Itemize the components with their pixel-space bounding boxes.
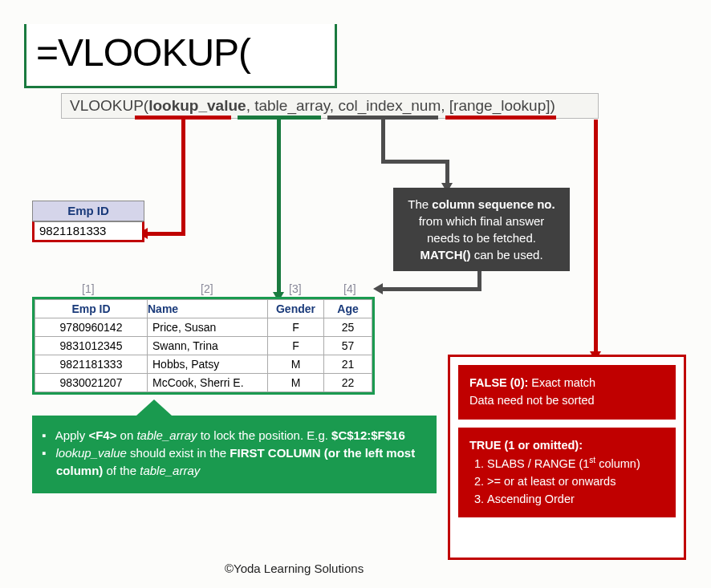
empid-value[interactable]: 9821181333 <box>32 221 144 242</box>
colnum-2: [2] <box>201 282 213 295</box>
th-name: Name <box>148 300 268 318</box>
underline-range-lookup <box>445 116 556 120</box>
table-header-row: Emp ID Name Gender Age <box>35 300 372 318</box>
th-gender: Gender <box>268 300 324 318</box>
connector-col-index-2 <box>381 287 481 291</box>
lookup-table: Emp ID Name Gender Age 9780960142 Price,… <box>32 297 375 395</box>
empid-cell-group: Emp ID 9821181333 <box>32 201 144 242</box>
connector-range-lookup <box>594 120 598 355</box>
callout-item: Apply <F4> on table_array to lock the po… <box>56 427 422 444</box>
arrow-head-icon <box>373 283 383 294</box>
connector-lookup-value <box>145 232 185 236</box>
colnum-1: [1] <box>82 282 95 295</box>
false-match-box: FALSE (0): Exact match Data need not be … <box>458 365 676 420</box>
connector-col-index <box>381 160 445 164</box>
list-item: >= or at least or onwards <box>487 473 664 491</box>
tooltip-arg-range-lookup: [range_lookup] <box>449 97 551 114</box>
table-row: 9831012345 Swann, Trina F 57 <box>35 337 372 355</box>
copyright-text: ©Yoda Learning Solutions <box>225 562 364 575</box>
tooltip-arg-lookup-value: lookup_value <box>148 97 246 114</box>
connector-lookup-value <box>181 120 185 232</box>
empid-header: Emp ID <box>32 201 144 221</box>
col-index-callout: The column sequence no. from which final… <box>393 188 570 271</box>
list-item: Ascending Order <box>487 491 664 509</box>
colnum-4: [4] <box>343 282 356 295</box>
tooltip-fn: VLOOKUP( <box>70 97 148 114</box>
formula-bar[interactable]: =VLOOKUP( <box>24 24 337 88</box>
callout-item: lookup_value should exist in the FIRST C… <box>56 444 422 480</box>
connector-col-index <box>381 120 385 160</box>
tooltip-arg-table-array: table_array <box>254 97 330 114</box>
true-match-box: TRUE (1 or omitted): SLABS / RANGE (1st … <box>458 428 676 518</box>
th-empid: Emp ID <box>35 300 148 318</box>
list-item: SLABS / RANGE (1st column) <box>487 454 664 473</box>
table-row: 9830021207 McCook, Sherri E. M 22 <box>35 374 372 392</box>
range-lookup-callout: FALSE (0): Exact match Data need not be … <box>448 355 686 560</box>
connector-table-array <box>277 120 281 295</box>
table-array-callout: Apply <F4> on table_array to lock the po… <box>32 416 437 493</box>
table-row: 9780960142 Price, Susan F 25 <box>35 318 372 337</box>
th-age: Age <box>324 300 372 318</box>
tooltip-arg-col-index: col_index_num <box>338 97 441 114</box>
colnum-3: [3] <box>289 282 302 295</box>
table-row: 9821181333 Hobbs, Patsy M 21 <box>35 355 372 374</box>
